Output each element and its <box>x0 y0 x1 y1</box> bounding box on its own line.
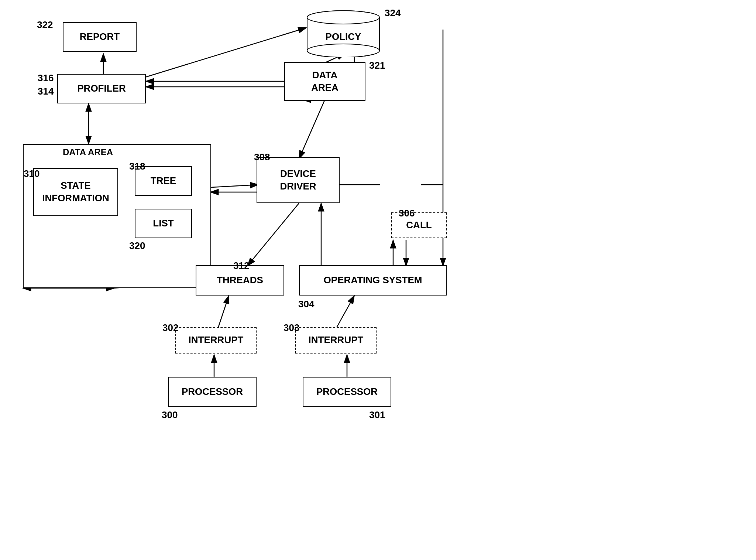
list-label: LIST <box>153 217 173 230</box>
label-314: 314 <box>38 86 54 97</box>
svg-point-37 <box>307 44 379 57</box>
label-304: 304 <box>298 298 314 310</box>
outer-data-area-label: DATA AREA <box>63 147 113 157</box>
state-information-label: STATEINFORMATION <box>42 180 109 205</box>
processor-right-box: PROCESSOR <box>303 377 391 407</box>
threads-label: THREADS <box>217 274 263 287</box>
profiler-label: PROFILER <box>77 82 126 95</box>
profiler-box: PROFILER <box>57 74 146 103</box>
list-box: LIST <box>135 209 192 238</box>
label-320: 320 <box>129 240 145 252</box>
label-303: 303 <box>284 322 299 334</box>
label-316: 316 <box>38 72 54 84</box>
label-300: 300 <box>162 409 178 421</box>
label-324: 324 <box>385 7 401 19</box>
processor-right-label: PROCESSOR <box>316 386 378 398</box>
operating-system-box: OPERATING SYSTEM <box>299 265 447 296</box>
svg-line-26 <box>218 296 229 329</box>
svg-line-13 <box>247 203 299 266</box>
data-area-top-box: DATAAREA <box>284 62 365 101</box>
state-information-box: STATEINFORMATION <box>33 168 118 216</box>
label-310: 310 <box>24 168 39 180</box>
svg-line-9 <box>299 100 325 159</box>
policy-box: POLICY <box>306 9 380 57</box>
label-318: 318 <box>129 161 145 172</box>
processor-left-box: PROCESSOR <box>168 377 257 407</box>
tree-label: TREE <box>151 175 176 187</box>
operating-system-label: OPERATING SYSTEM <box>324 274 422 287</box>
svg-text:POLICY: POLICY <box>326 31 361 42</box>
data-area-top-label: DATAAREA <box>311 69 339 94</box>
processor-left-label: PROCESSOR <box>182 386 243 398</box>
report-label: REPORT <box>80 31 120 43</box>
interrupt-left-label: INTERRUPT <box>189 334 244 346</box>
svg-line-27 <box>336 296 354 329</box>
label-302: 302 <box>162 322 178 334</box>
label-306: 306 <box>399 208 415 219</box>
svg-point-34 <box>307 11 379 24</box>
device-driver-box: DEVICEDRIVER <box>257 157 340 203</box>
report-box: REPORT <box>63 22 137 52</box>
label-308: 308 <box>254 151 270 163</box>
label-301: 301 <box>369 409 385 421</box>
interrupt-right-box: INTERRUPT <box>295 327 377 354</box>
call-label: CALL <box>406 219 432 232</box>
svg-line-10 <box>144 28 306 78</box>
label-312: 312 <box>233 260 249 272</box>
label-321: 321 <box>369 60 385 71</box>
interrupt-left-box: INTERRUPT <box>175 327 257 354</box>
interrupt-right-label: INTERRUPT <box>309 334 364 346</box>
device-driver-label: DEVICEDRIVER <box>280 168 316 193</box>
label-322: 322 <box>37 19 53 31</box>
